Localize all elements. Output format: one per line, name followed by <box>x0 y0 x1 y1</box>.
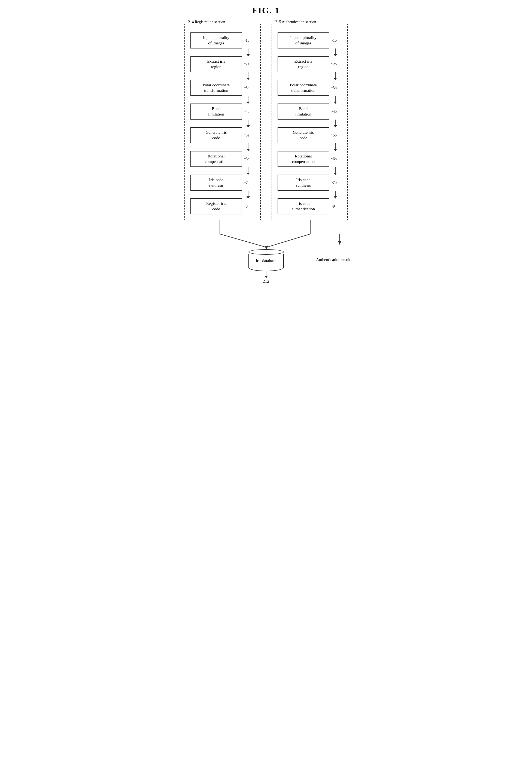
step-4a: Bandlimitation ~4a <box>191 104 255 120</box>
step-box-2a: Extract irisregion <box>191 56 242 72</box>
step-7b: Iris codesynthesis ~7b <box>278 175 342 191</box>
registration-section: 214 Registration section Input a plurali… <box>184 24 261 220</box>
step-box-1a: Input a pluralityof images <box>191 32 242 48</box>
ref-3b: ~3b <box>331 86 337 90</box>
step-box-7b: Iris codesynthesis <box>278 175 329 191</box>
authentication-section: 215 Authentication section Input a plura… <box>272 24 348 220</box>
ref-1a: ~1a <box>244 38 250 43</box>
ref-8: ~8 <box>244 204 248 209</box>
registration-label: 214 Registration section <box>187 20 226 24</box>
step-box-5a: Generate iriscode <box>191 127 242 143</box>
arrow-1b <box>335 48 336 56</box>
ref-7a: ~7a <box>244 181 250 185</box>
step-5a: Generate iriscode ~5a <box>191 127 255 143</box>
arrow-2b <box>335 72 336 80</box>
ref-2a: ~2a <box>244 62 250 67</box>
ref-7b: ~7b <box>331 181 337 185</box>
step-box-1b: Input a pluralityof images <box>278 32 329 48</box>
database-container: Iris database 212 <box>249 249 284 284</box>
fig-title: FIG. 1 <box>252 6 280 15</box>
db-bottom-arc <box>249 267 284 271</box>
step-3b: Polar coordinatetransformation ~3b <box>278 80 342 96</box>
db-ref: 212 <box>263 279 269 284</box>
ref-3a: ~3a <box>244 86 250 90</box>
ref-4a: ~4a <box>244 109 250 114</box>
ref-9: ~9 <box>331 204 335 209</box>
ref-1b: ~1b <box>331 38 337 43</box>
step-box-3a: Polar coordinatetransformation <box>191 80 242 96</box>
arrow-3a <box>248 96 249 104</box>
step-3a: Polar coordinatetransformation ~3a <box>191 80 255 96</box>
db-body: Iris database <box>249 254 284 268</box>
arrow-3b <box>335 96 336 104</box>
arrow-1a <box>248 48 249 56</box>
ref-6a: ~6a <box>244 157 250 161</box>
step-box-2b: Extract irisregion <box>278 56 329 72</box>
step-box-3b: Polar coordinatetransformation <box>278 80 329 96</box>
step-7a: Iris codesynthesis ~7a <box>191 175 255 191</box>
authentication-label: 215 Authentication section <box>274 20 317 24</box>
arrow-4b <box>335 120 336 127</box>
arrow-5a <box>248 143 249 151</box>
step-5b: Generate iriscode ~5b <box>278 127 342 143</box>
step-2a: Extract irisregion ~2a <box>191 56 255 72</box>
step-box-5b: Generate iriscode <box>278 127 329 143</box>
authentication-box: Input a pluralityof images ~1b Extract i… <box>272 24 348 220</box>
arrow-4a <box>248 120 249 127</box>
db-inner-label: Iris database <box>256 258 276 264</box>
step-6a: Rotationalcompensation ~6a <box>191 151 255 167</box>
ref-5a: ~5a <box>244 133 250 137</box>
step-box-9: Iris codeauthentication <box>278 198 329 214</box>
arrow-7b <box>335 191 336 198</box>
ref-4b: ~4b <box>331 109 337 114</box>
step-9: Iris codeauthentication ~9 <box>278 198 342 214</box>
step-box-8: Register iriscode <box>191 198 242 214</box>
svg-line-3 <box>267 234 310 247</box>
ref-6b: ~6b <box>331 157 337 161</box>
converging-arrows-svg <box>182 220 351 253</box>
bottom-area: Iris database 212 Authentication result <box>182 220 351 254</box>
db-top-ellipse <box>249 249 284 255</box>
step-box-4a: Bandlimitation <box>191 104 242 120</box>
step-4b: Bandlimitation ~4b <box>278 104 342 120</box>
ref-5b: ~5b <box>331 133 337 137</box>
ref-2b: ~2b <box>331 62 337 67</box>
arrow-2a <box>248 72 249 80</box>
step-box-6a: Rotationalcompensation <box>191 151 242 167</box>
sections-container: 214 Registration section Input a plurali… <box>171 24 362 220</box>
step-8: Register iriscode ~8 <box>191 198 255 214</box>
svg-marker-7 <box>338 241 341 245</box>
arrow-5b <box>335 143 336 151</box>
page: FIG. 1 214 Registration section Input a … <box>171 6 362 317</box>
step-6b: Rotationalcompensation ~6b <box>278 151 342 167</box>
step-box-6b: Rotationalcompensation <box>278 151 329 167</box>
auth-result-label: Authentication result <box>316 257 350 262</box>
step-box-7a: Iris codesynthesis <box>191 175 242 191</box>
registration-box: Input a pluralityof images ~1a Extract i… <box>184 24 261 220</box>
arrow-6b <box>335 167 336 175</box>
db-down-arrow <box>266 271 266 278</box>
svg-line-1 <box>220 234 266 247</box>
step-1a: Input a pluralityof images ~1a <box>191 32 255 48</box>
arrow-7a <box>248 191 249 198</box>
step-box-4b: Bandlimitation <box>278 104 329 120</box>
step-2b: Extract irisregion ~2b <box>278 56 342 72</box>
arrow-6a <box>248 167 249 175</box>
step-1b: Input a pluralityof images ~1b <box>278 32 342 48</box>
